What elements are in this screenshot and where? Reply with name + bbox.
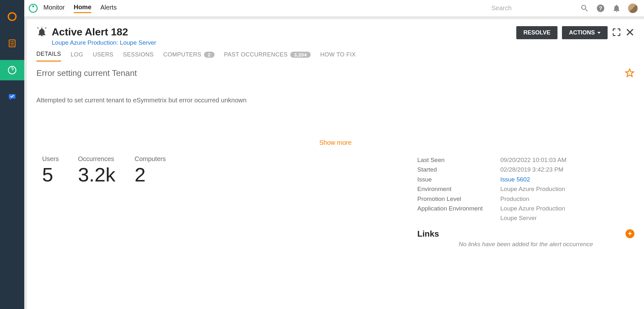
issue-link[interactable]: Issue 5602 [500,175,530,184]
kv-started: Started02/28/2019 3:42:23 PM [417,165,634,174]
rail-item-monitor[interactable] [0,60,24,80]
actions-button[interactable]: ACTIONS [562,26,608,39]
stat-computers-value: 2 [134,163,166,186]
plus-icon: + [628,230,632,238]
close-button[interactable] [625,28,634,38]
close-icon [625,28,634,37]
content-tabs: DETAILS LOG USERS SESSIONS COMPUTERS 2 P… [36,51,634,62]
kv-app-env: Application EnvironmentLoupe Azure Produ… [417,204,634,213]
tab-users[interactable]: USERS [93,51,114,62]
resolve-button[interactable]: RESOLVE [516,26,557,39]
topbar-icons: ? [580,4,638,13]
tab-details[interactable]: DETAILS [36,51,61,62]
main-region: Monitor Home Alerts ? [24,0,644,309]
fullscreen-icon [612,28,621,37]
error-title: Error setting current Tenant [36,68,634,78]
topnav-tab-monitor[interactable]: Monitor [43,4,65,12]
kv-last-seen: Last Seen09/20/2022 10:01:03 AM [417,155,634,165]
stat-users-label: Users [42,155,59,163]
chat-check-icon [7,92,18,102]
tab-how-to-fix[interactable]: HOW TO FIX [320,51,356,62]
topbar: Monitor Home Alerts ? [24,0,644,17]
chevron-down-icon [597,32,601,34]
search-input[interactable] [491,4,574,12]
kv-issue: IssueIssue 5602 [417,175,634,184]
rail-item-chat[interactable] [0,87,24,107]
topnav-tab-home[interactable]: Home [74,4,92,13]
tab-computers-label: COMPUTERS [163,51,201,58]
svg-text:?: ? [599,5,602,11]
page-title: Active Alert 182 [52,26,128,38]
show-more-link[interactable]: Show more [36,139,634,146]
favorite-button[interactable] [625,68,634,79]
svg-line-7 [12,69,14,70]
svg-marker-13 [626,69,634,77]
tab-sessions[interactable]: SESSIONS [123,51,154,62]
stat-occurrences-value: 3.2k [78,163,115,186]
actions-button-label: ACTIONS [569,29,595,36]
stat-occurrences-label: Occurrences [78,155,115,163]
subtitle-link[interactable]: Loupe Azure Production: Loupe Server [52,39,156,46]
help-icon[interactable]: ? [596,4,605,13]
card-header: Active Alert 182 Loupe Azure Production:… [36,26,634,46]
stats-left: Users 5 Occurrences 3.2k Computers 2 [36,155,166,248]
kv-environment: EnvironmentLoupe Azure Production [417,184,634,194]
stat-computers: Computers 2 [134,155,166,248]
tab-past-occurrences[interactable]: PAST OCCURRENCES 3,204 [224,51,311,62]
svg-line-11 [45,27,46,28]
stat-users-value: 5 [42,163,59,186]
topnav-tab-alerts[interactable]: Alerts [100,4,117,12]
links-empty-text: No links have been added for the alert o… [417,241,634,248]
circle-ring-icon [7,11,18,22]
fullscreen-button[interactable] [612,28,621,38]
tab-past-occurrences-label: PAST OCCURRENCES [224,51,288,58]
stat-computers-label: Computers [134,155,166,163]
top-nav-tabs: Monitor Home Alerts [43,4,117,13]
document-icon [7,38,18,49]
kv-app-env-2: Loupe Server [417,213,634,223]
svg-line-10 [37,27,38,28]
star-icon [625,68,634,78]
alert-card: Active Alert 182 Loupe Azure Production:… [27,19,644,309]
details-body: Error setting current Tenant Attempted t… [36,68,634,248]
side-rail [0,0,24,309]
gauge-icon [7,65,18,76]
links-head-row: Links + [417,229,634,239]
tab-log[interactable]: LOG [71,51,83,62]
links-heading: Links [417,229,625,239]
kv-promotion: Promotion LevelProduction [417,194,634,204]
svg-point-6 [11,67,13,69]
tab-computers[interactable]: COMPUTERS 2 [163,51,214,62]
stage: Active Alert 182 Loupe Azure Production:… [24,17,644,309]
avatar[interactable] [628,4,638,13]
tab-past-occurrences-badge: 3,204 [290,52,311,58]
kv-block: Last Seen09/20/2022 10:01:03 AM Started0… [417,155,634,248]
header-actions: RESOLVE ACTIONS [516,26,634,39]
stat-users: Users 5 [42,155,59,248]
svg-point-0 [8,13,16,20]
search-icon[interactable] [580,4,589,13]
stat-occurrences: Occurrences 3.2k [78,155,115,248]
rail-item-doc[interactable] [0,33,24,54]
add-link-button[interactable]: + [625,229,634,238]
alert-bell-icon [36,27,47,38]
brand-icon [29,4,38,13]
stats-row: Users 5 Occurrences 3.2k Computers 2 [36,155,634,248]
error-description: Attempted to set current tenant to eSymm… [36,97,634,104]
tab-computers-badge: 2 [204,52,215,58]
rail-item-logo[interactable] [0,6,24,27]
bell-icon[interactable] [612,4,621,13]
